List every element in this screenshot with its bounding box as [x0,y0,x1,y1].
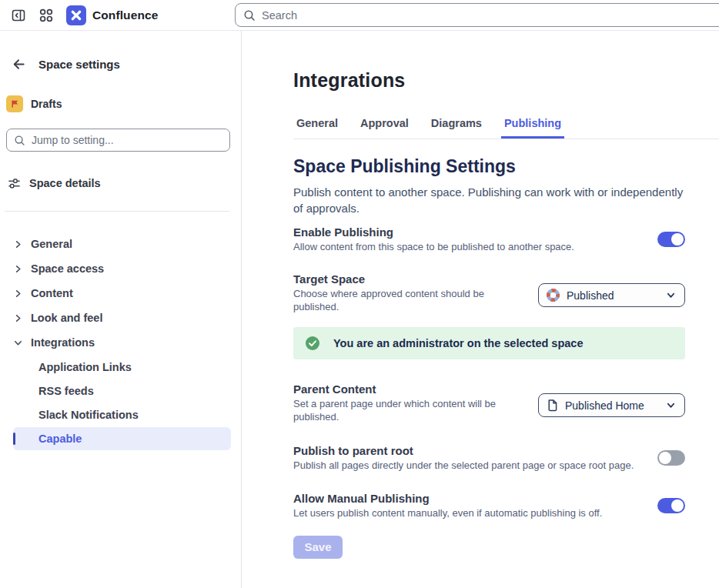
dropdown-value: Published [567,289,660,302]
admin-success-banner: You are an administrator on the selected… [293,327,685,359]
confluence-logo-icon[interactable] [66,5,86,25]
lifebuoy-space-icon [546,288,560,302]
setting-description: Set a parent page under which content wi… [293,398,513,423]
tab-bar: General Approval Diagrams Publishing [293,117,719,139]
top-bar: Confluence [0,0,719,31]
setting-parent-content: Parent Content Set a parent page under w… [293,383,685,423]
allow-manual-publishing-toggle[interactable] [657,498,685,513]
tab-label: Publishing [504,117,561,129]
sliders-icon [7,176,22,191]
sidebar-item-space-details[interactable]: Space details [0,174,241,192]
page-title: Integrations [293,69,685,92]
tab-label: Approval [360,117,409,129]
setting-label: Target Space [293,272,513,286]
sidebar-divider [5,211,230,212]
nav-label: Slack Notifications [38,409,139,421]
sidebar-nav: General Space access Content Look and fe… [0,232,241,450]
sidebar-item-capable[interactable]: Capable [13,427,231,450]
search-input[interactable] [262,9,717,22]
jump-to-setting-input[interactable] [32,134,222,146]
main-content: Integrations General Approval Diagrams P… [242,31,719,588]
space-name: Drafts [31,98,62,110]
target-space-dropdown[interactable]: Published [538,283,685,307]
sidebar-item-integrations[interactable]: Integrations [0,330,241,355]
setting-target-space: Target Space Choose where approved conte… [293,272,685,313]
setting-label: Allow Manual Publishing [293,492,602,505]
save-button[interactable]: Save [293,536,343,559]
tab-approval[interactable]: Approval [357,117,412,139]
sidebar-title: Space settings [38,58,120,71]
chevron-down-icon [666,290,676,300]
enable-publishing-toggle[interactable] [657,232,685,247]
nav-label: Application Links [38,361,132,373]
chevron-right-icon [14,240,22,249]
chevron-right-icon [14,314,22,322]
publish-to-parent-root-toggle[interactable] [657,450,685,466]
setting-enable-publishing: Enable Publishing Allow content from thi… [293,226,685,254]
search-icon [14,135,25,146]
banner-text: You are an administrator on the selected… [333,337,583,349]
chevron-down-icon [666,400,676,410]
chevron-right-icon [14,289,22,298]
nav-label: RSS feeds [38,385,94,397]
tab-general[interactable]: General [293,117,341,139]
setting-label: Publish to parent root [293,444,634,457]
setting-description: Let users publish content manually, even… [293,507,602,520]
nav-label: Capable [38,433,82,445]
search-icon [243,9,256,22]
setting-publish-to-parent-root: Publish to parent root Publish all pages… [293,444,685,473]
sidebar-item-application-links[interactable]: Application Links [13,356,231,379]
nav-label: Look and feel [31,312,102,324]
space-avatar-flag-icon [6,95,23,112]
nav-label: Content [31,287,73,299]
setting-label: Enable Publishing [293,226,574,239]
setting-description: Choose where approved content should be … [293,288,513,313]
space-row-drafts[interactable]: Drafts [0,95,241,113]
tab-diagrams[interactable]: Diagrams [428,117,485,139]
page-icon [546,399,559,412]
chevron-down-icon [14,339,22,347]
app-switcher-icon[interactable] [38,8,54,23]
sidebar-item-content[interactable]: Content [0,281,241,306]
check-circle-icon [305,336,320,351]
parent-content-dropdown[interactable]: Published Home [538,393,685,417]
sidebar-item-space-access[interactable]: Space access [0,256,241,281]
nav-label: Space access [31,262,104,275]
tab-publishing[interactable]: Publishing [501,117,564,139]
collapse-sidebar-icon[interactable] [11,8,26,23]
jump-to-setting-search[interactable] [6,129,230,152]
space-details-label: Space details [29,177,101,189]
chevron-right-icon [14,265,22,273]
sidebar-item-general[interactable]: General [0,232,241,256]
setting-label: Parent Content [293,383,513,396]
tab-label: Diagrams [431,117,482,129]
nav-label: General [31,238,72,250]
setting-allow-manual-publishing: Allow Manual Publishing Let users publis… [293,492,685,520]
setting-description: Publish all pages directly under the sel… [293,459,634,473]
section-title: Space Publishing Settings [293,156,685,177]
sidebar: Space settings Drafts [0,31,242,588]
global-search[interactable] [235,3,719,27]
selection-indicator [13,433,15,445]
tab-label: General [296,117,338,129]
back-arrow-icon[interactable] [11,56,26,72]
dropdown-value: Published Home [565,399,660,412]
sidebar-item-slack-notifications[interactable]: Slack Notifications [13,403,231,426]
sidebar-item-look-and-feel[interactable]: Look and feel [0,306,241,330]
setting-description: Allow content from this space to be publ… [293,241,574,254]
sidebar-item-rss-feeds[interactable]: RSS feeds [13,379,231,403]
nav-label: Integrations [31,336,95,349]
section-description: Publish content to another space. Publis… [293,185,685,216]
app-name: Confluence [92,8,158,22]
